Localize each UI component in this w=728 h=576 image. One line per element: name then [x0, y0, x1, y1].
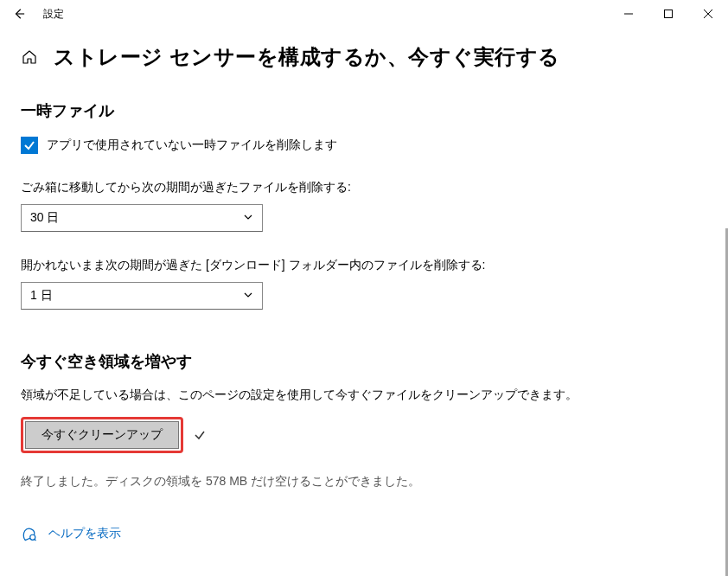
page-header: ストレージ センサーを構成するか、今すぐ実行する — [21, 43, 707, 71]
recycle-bin-dropdown[interactable]: 30 日 — [21, 204, 263, 232]
app-title: 設定 — [43, 7, 64, 22]
chevron-down-icon — [243, 211, 253, 225]
home-icon — [22, 49, 37, 65]
clean-now-row: 今すぐクリーンアップ — [21, 417, 707, 453]
check-icon — [194, 429, 206, 441]
page-title: ストレージ センサーを構成するか、今すぐ実行する — [54, 43, 560, 71]
check-icon — [23, 139, 35, 151]
clean-now-highlight: 今すぐクリーンアップ — [21, 417, 183, 453]
arrow-left-icon — [13, 8, 25, 20]
home-button[interactable] — [21, 48, 38, 66]
recycle-bin-label: ごみ箱に移動してから次の期間が過ぎたファイルを削除する: — [21, 180, 707, 195]
delete-temp-files-label: アプリで使用されていない一時ファイルを削除します — [47, 138, 337, 153]
temp-files-heading: 一時ファイル — [21, 100, 707, 121]
back-button[interactable] — [0, 0, 38, 28]
help-link[interactable]: ヘルプを表示 — [48, 526, 121, 541]
minimize-icon — [624, 10, 633, 18]
free-space-heading: 今すぐ空き領域を増やす — [21, 351, 707, 372]
close-button[interactable] — [688, 0, 728, 28]
minimize-button[interactable] — [609, 0, 648, 28]
clean-result-text: 終了しました。ディスクの領域を 578 MB だけ空けることができました。 — [21, 474, 707, 490]
close-icon — [704, 10, 712, 18]
free-space-description: 領域が不足している場合は、このページの設定を使用して今すぐファイルをクリーンアッ… — [21, 387, 707, 403]
window-controls — [609, 0, 728, 28]
clean-now-button[interactable]: 今すぐクリーンアップ — [25, 421, 179, 449]
content-area: ストレージ センサーを構成するか、今すぐ実行する 一時ファイル アプリで使用され… — [0, 28, 728, 541]
help-row: ヘルプを表示 — [21, 526, 707, 541]
clean-complete-check — [194, 429, 206, 441]
recycle-bin-value: 30 日 — [30, 210, 59, 226]
maximize-button[interactable] — [648, 0, 688, 28]
scrollbar-track[interactable] — [725, 28, 728, 576]
maximize-icon — [664, 10, 673, 18]
downloads-value: 1 日 — [30, 288, 53, 304]
svg-rect-0 — [665, 10, 673, 18]
chevron-down-icon — [243, 289, 253, 303]
title-bar: 設定 — [0, 0, 728, 28]
delete-temp-files-checkbox-row: アプリで使用されていない一時ファイルを削除します — [21, 137, 707, 154]
help-icon — [21, 526, 36, 541]
delete-temp-files-checkbox[interactable] — [21, 137, 38, 154]
downloads-dropdown[interactable]: 1 日 — [21, 282, 263, 310]
downloads-label: 開かれないまま次の期間が過ぎた [ダウンロード] フォルダー内のファイルを削除す… — [21, 258, 707, 273]
